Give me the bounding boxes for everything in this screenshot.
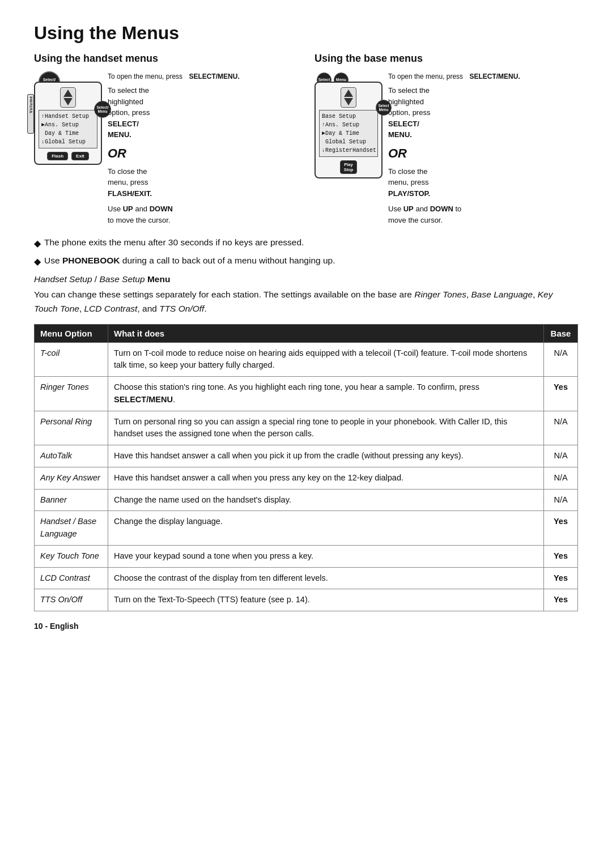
base-cursor-label: Use UP and DOWN to: [388, 205, 461, 213]
table-cell-base-3: N/A: [544, 445, 578, 467]
base-up-arrow: [344, 90, 353, 97]
table-cell-desc-6: Change the display language.: [108, 511, 544, 546]
screen-item-4: ↓Global Setup: [41, 138, 95, 146]
select-label2: highlighted: [108, 97, 143, 106]
base-select-btn: SELECT/: [388, 120, 419, 128]
handset-instructions: To open the menu, press SELECT/MENU. To …: [108, 69, 298, 225]
select-btn: SELECT/: [108, 120, 139, 128]
close-label: To close the: [108, 167, 147, 176]
table-row: AutoTalkHave this handset answer a call …: [35, 445, 578, 467]
footer: 10 - English: [34, 622, 578, 631]
base-close-btn: PLAY/STOP.: [388, 189, 430, 198]
table-cell-option-2: Personal Ring: [35, 411, 108, 445]
section-heading: Handset Setup / Base Setup Menu: [34, 274, 578, 284]
base-select-btn-mid[interactable]: SelectMenu: [376, 100, 392, 116]
diamond-1: ◆: [34, 237, 41, 250]
base-cursor-help: Use UP and DOWN to move the cursor.: [388, 203, 578, 225]
flash-btn[interactable]: Flash: [47, 152, 68, 160]
bullet-list: ◆ The phone exits the menu after 30 seco…: [34, 236, 578, 269]
base-nav-arrows[interactable]: [341, 87, 356, 108]
table-cell-desc-3: Have this handset answer a call when you…: [108, 445, 544, 467]
table-cell-base-9: Yes: [544, 589, 578, 611]
base-cursor-label2: move the cursor.: [388, 216, 443, 224]
base-screen-item-2: ↑Ans. Setup: [322, 121, 375, 129]
handset-nav-arrows[interactable]: [60, 87, 76, 108]
base-down-arrow: [344, 98, 353, 105]
table-cell-base-2: N/A: [544, 411, 578, 445]
base-open-text: To open the menu, press: [388, 71, 463, 82]
table-row: Ringer TonesChoose this station's ring t…: [35, 377, 578, 411]
table-row: Handset / Base LanguageChange the displa…: [35, 511, 578, 546]
table-cell-base-7: Yes: [544, 545, 578, 567]
handset-select-menu-btn-mid[interactable]: Select/Menu: [94, 101, 111, 118]
table-cell-desc-9: Turn on the Text-To-Speech (TTS) feature…: [108, 589, 544, 611]
table-cell-base-5: N/A: [544, 489, 578, 511]
table-cell-desc-2: Turn on personal ring so you can assign …: [108, 411, 544, 445]
handset-volume-bar: Volume: [27, 94, 34, 134]
table-cell-option-9: TTS On/Off: [35, 589, 108, 611]
base-open-btn: SELECT/MENU.: [469, 71, 520, 82]
select-label: To select the: [108, 86, 149, 95]
close-btn: FLASH/EXIT.: [108, 189, 152, 198]
base-close-label: To close the: [388, 167, 427, 176]
screen-item-1: ↑Handset Setup: [41, 112, 95, 121]
menu-table: Menu Option What it does Base T-coilTurn…: [34, 324, 578, 612]
bullet-1-text: The phone exits the menu after 30 second…: [44, 236, 304, 249]
base-close-instructions: To close the menu, press PLAY/STOP.: [388, 166, 578, 199]
play-stop-btn[interactable]: PlayStop: [340, 160, 358, 174]
handset-or: OR: [108, 144, 298, 163]
select-instructions: To select the highlighted option, press …: [108, 85, 298, 141]
close-instructions: To close the menu, press FLASH/EXIT.: [108, 166, 298, 199]
table-cell-option-4: Any Key Answer: [35, 467, 108, 489]
menus-section: Using the handset menus Select/Menu Volu…: [34, 53, 578, 225]
table-cell-base-4: N/A: [544, 467, 578, 489]
col-header-base: Base: [544, 324, 578, 342]
base-select-instructions: To select the highlighted option, press …: [388, 85, 578, 141]
handset-phone-body: Volume ↑Handset Setup ►Ans. Setup Day & …: [34, 82, 102, 165]
handset-screen: ↑Handset Setup ►Ans. Setup Day & Time ↓G…: [39, 110, 97, 148]
exit-btn[interactable]: Exit: [71, 152, 89, 160]
bullet-2: ◆ Use PHONEBOOK during a call to back ou…: [34, 254, 578, 269]
base-or: OR: [388, 144, 578, 163]
select-btn2: MENU.: [108, 130, 131, 139]
base-screen: Base Setup ↑Ans. Setup ►Day & Time Globa…: [319, 110, 378, 157]
table-cell-base-6: Yes: [544, 511, 578, 546]
table-cell-desc-5: Change the name used on the handset's di…: [108, 489, 544, 511]
handset-cursor-help: Use UP and DOWN to move the cursor.: [108, 203, 298, 225]
table-header-row: Menu Option What it does Base: [35, 324, 578, 342]
cursor-label2: to move the cursor.: [108, 216, 171, 224]
base-select-label: To select the: [388, 86, 430, 95]
base-screen-item-4: Global Setup: [322, 138, 375, 146]
table-row: TTS On/OffTurn on the Text-To-Speech (TT…: [35, 589, 578, 611]
open-btn: SELECT/MENU.: [189, 71, 239, 82]
table-row: Personal RingTurn on personal ring so yo…: [35, 411, 578, 445]
page-title: Using the Menus: [34, 23, 578, 44]
table-row: BannerChange the name used on the handse…: [35, 489, 578, 511]
handset-diagram: Select/Menu Volume: [34, 69, 298, 225]
open-text: To open the menu, press: [108, 71, 182, 82]
table-cell-desc-8: Choose the contrast of the display from …: [108, 567, 544, 589]
handset-menus-column: Using the handset menus Select/Menu Volu…: [34, 53, 298, 225]
base-close-label2: menu, press: [388, 178, 429, 186]
cursor-label: Use UP and DOWN: [108, 205, 173, 213]
table-row: Any Key AnswerHave this handset answer a…: [35, 467, 578, 489]
table-cell-option-5: Banner: [35, 489, 108, 511]
screen-item-3: Day & Time: [41, 129, 95, 138]
base-select-label2: highlighted: [388, 97, 424, 106]
base-menus-heading: Using the base menus: [314, 53, 578, 65]
base-open-menu-label: To open the menu, press SELECT/MENU.: [388, 71, 578, 82]
table-row: Key Touch ToneHave your keypad sound a t…: [35, 545, 578, 567]
base-instructions: To open the menu, press SELECT/MENU. To …: [388, 69, 578, 225]
base-select-btn2: MENU.: [388, 130, 412, 139]
table-cell-desc-1: Choose this station's ring tone. As you …: [108, 377, 544, 411]
table-cell-option-6: Handset / Base Language: [35, 511, 108, 546]
diamond-2: ◆: [34, 255, 41, 269]
open-menu-label: To open the menu, press SELECT/MENU.: [108, 71, 298, 82]
table-cell-option-7: Key Touch Tone: [35, 545, 108, 567]
select-label3: option, press: [108, 108, 150, 117]
section-intro: You can change these settings separately…: [34, 288, 578, 316]
base-screen-item-3: ►Day & Time: [322, 129, 375, 138]
handset-menus-heading: Using the handset menus: [34, 53, 298, 65]
table-cell-base-0: N/A: [544, 342, 578, 377]
table-cell-base-1: Yes: [544, 377, 578, 411]
